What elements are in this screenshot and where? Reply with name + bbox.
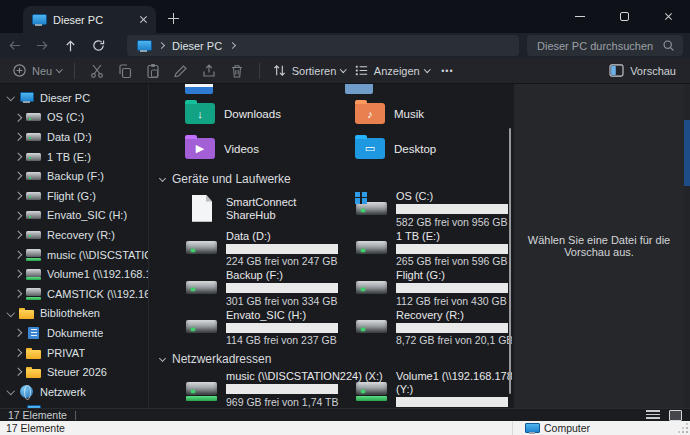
chevron-down-icon — [159, 354, 166, 361]
window-edge-scrollbar[interactable] — [684, 84, 690, 408]
copy-icon — [117, 63, 133, 79]
delete-button[interactable] — [223, 59, 251, 83]
drive-item[interactable]: SmartConnect ShareHub — [185, 190, 355, 228]
folder-item[interactable]: ▶ Videos — [185, 131, 355, 166]
sidebar-item[interactable]: Steuer 2026 — [0, 362, 148, 382]
section-header-network[interactable]: Netzwerkadressen — [160, 351, 512, 367]
sidebar-item[interactable]: 1 TB (E:) — [0, 147, 148, 167]
tree-chevron-icon[interactable] — [12, 171, 23, 182]
drive-icon — [355, 313, 389, 341]
sidebar-item[interactable]: Data (D:) — [0, 127, 148, 147]
drive-item[interactable]: Data (D:) 224 GB frei von 247 GB — [185, 230, 355, 268]
drive-item[interactable]: Envato_SIC (H:) 114 GB frei von 237 GB — [185, 309, 355, 347]
tree-chevron-icon[interactable] — [12, 288, 23, 299]
search-input[interactable] — [535, 39, 662, 53]
preview-toggle-button[interactable]: Vorschau — [609, 64, 682, 77]
folder-item[interactable]: ▭ Desktop — [355, 131, 512, 166]
tree-chevron-icon[interactable] — [12, 249, 23, 260]
tree-chevron-icon[interactable] — [12, 347, 23, 358]
breadcrumb[interactable]: Dieser PC — [127, 35, 519, 56]
folder-item[interactable]: ♪ Musik — [355, 96, 512, 131]
sidebar-item[interactable]: Envato_SIC (H:) — [0, 206, 148, 226]
drive-icon-decoration — [355, 192, 367, 204]
drive-item[interactable]: Flight (G:) 112 GB frei von 430 GB — [355, 269, 512, 307]
drive-item[interactable]: Recovery (R:) 8,72 GB frei von 20,1 GB — [355, 309, 512, 347]
sidebar-item-icon — [26, 267, 42, 281]
tree-chevron-icon[interactable] — [12, 327, 23, 338]
sidebar-item-label: music (\\DISCSTATION224) (X:) — [47, 249, 148, 261]
drive-item[interactable]: OS (C:) 582 GB frei von 956 GB — [355, 190, 512, 228]
drive-item[interactable]: 1 TB (E:) 265 GB frei von 596 GB — [355, 230, 512, 268]
tree-chevron-icon[interactable] — [12, 151, 23, 162]
breadcrumb-item[interactable]: Dieser PC — [172, 40, 222, 52]
drive-name: 1 TB (E:) — [396, 230, 508, 243]
scrollbar-thumb[interactable] — [684, 120, 690, 186]
partial-folder-icon[interactable] — [345, 84, 373, 94]
partial-folder-icon[interactable] — [185, 84, 213, 94]
more-options-button[interactable]: ••• — [433, 66, 461, 76]
sidebar-item[interactable]: Recovery (R:) — [0, 225, 148, 245]
tree-chevron-icon[interactable] — [12, 367, 23, 378]
tree-chevron-icon[interactable] — [5, 386, 16, 397]
tree-chevron-icon[interactable] — [12, 190, 23, 201]
sidebar-item[interactable]: Netzwerk — [0, 382, 148, 402]
tree-chevron-icon[interactable] — [12, 269, 23, 280]
tree-chevron-icon[interactable] — [12, 210, 23, 221]
tab-close-icon[interactable] — [139, 15, 148, 24]
tree-chevron-icon[interactable] — [5, 92, 16, 103]
folder-item[interactable]: ↓ Downloads — [185, 96, 355, 131]
devices-grid: SmartConnect ShareHub OS (C:) 582 GB fre… — [185, 190, 512, 346]
copy-button[interactable] — [111, 59, 139, 83]
sidebar-item[interactable]: Volume1 (\\192.168.178.115) (Y:) — [0, 264, 148, 284]
tab-dieser-pc[interactable]: Dieser PC — [23, 6, 156, 33]
sidebar-item[interactable]: Bibliotheken — [0, 304, 148, 324]
sort-button[interactable]: Sortieren — [268, 63, 350, 78]
maximize-button[interactable] — [602, 0, 646, 33]
share-button[interactable] — [195, 59, 223, 83]
legacy-status-bar: 17 Elemente Computer — [0, 421, 690, 435]
view-button[interactable]: Anzeigen — [350, 63, 433, 78]
sidebar-item[interactable]: Flight (G:) — [0, 186, 148, 206]
new-button[interactable]: Neu — [8, 63, 66, 78]
sidebar-item[interactable]: Dieser PC — [0, 88, 148, 108]
drive-item[interactable]: Backup (F:) 301 GB frei von 334 GB — [185, 269, 355, 307]
search-box[interactable] — [527, 35, 683, 56]
tree-chevron-icon[interactable] — [5, 308, 16, 319]
drive-name: Envato_SIC (H:) — [226, 309, 338, 322]
resize-grip[interactable] — [686, 431, 688, 433]
free-space-label: 301 GB frei von 334 GB — [226, 295, 338, 307]
toolbar-divider — [259, 63, 260, 79]
minimize-button[interactable] — [558, 0, 602, 33]
capacity-bar — [396, 397, 508, 407]
drive-info: Flight (G:) 112 GB frei von 430 GB — [396, 269, 508, 307]
sidebar-item[interactable]: Dokumente — [0, 323, 148, 343]
sidebar-item[interactable]: Backup (F:) — [0, 166, 148, 186]
rename-button[interactable] — [167, 59, 195, 83]
sidebar-item[interactable]: music (\\DISCSTATION224) (X:) — [0, 245, 148, 265]
sidebar-item-label: Dokumente — [47, 327, 103, 339]
up-button[interactable] — [56, 33, 84, 58]
sidebar-item[interactable]: OS (C:) — [0, 108, 148, 128]
tree-chevron-icon[interactable] — [12, 131, 23, 142]
folder-icon: ↓ — [185, 103, 215, 124]
tree-chevron-icon[interactable] — [12, 229, 23, 240]
tree-chevron-icon[interactable] — [12, 112, 23, 123]
forward-button[interactable] — [28, 33, 56, 58]
network-drive-item[interactable]: Volume1 (\\192.168.178.115) (Y:) — [355, 370, 512, 408]
file-list-pane: ↓ Downloads ♪ Musik ▶ Videos ▭ Desktop — [150, 84, 512, 408]
section-header-devices[interactable]: Geräte und Laufwerke — [160, 171, 512, 187]
new-tab-button[interactable] — [166, 11, 182, 27]
details-view-icon[interactable] — [646, 410, 660, 420]
refresh-button[interactable] — [84, 33, 112, 58]
paste-button[interactable] — [139, 59, 167, 83]
close-button[interactable] — [646, 0, 690, 33]
network-drive-item[interactable]: music (\\DISCSTATION224) (X:) 969 GB fre… — [185, 370, 355, 408]
sidebar-item[interactable]: PRIVAT — [0, 343, 148, 363]
drive-name: SmartConnect — [226, 196, 296, 209]
sidebar-item[interactable]: CAMSTICK (\\192.168.178.1\Klingel) (Z:) — [0, 284, 148, 304]
cut-button[interactable] — [83, 59, 111, 83]
sidebar-item-label: Backup (F:) — [47, 170, 104, 182]
main-pane-scrollbar[interactable] — [509, 128, 511, 394]
back-button[interactable] — [0, 33, 28, 58]
thumbnail-view-icon[interactable] — [669, 410, 682, 421]
